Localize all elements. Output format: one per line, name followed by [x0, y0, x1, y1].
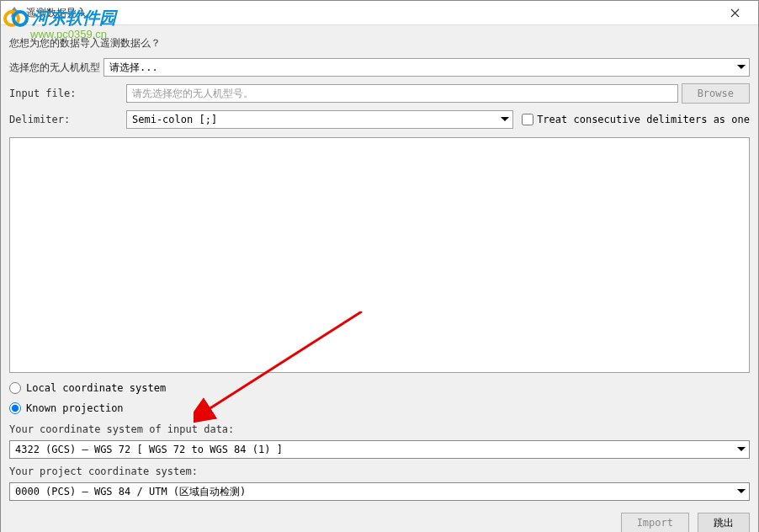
input-file-field[interactable]	[126, 84, 678, 103]
question-text: 您想为您的数据导入遥测数据么？	[9, 34, 750, 53]
known-projection-radio-row: Known projection	[9, 400, 750, 417]
model-row: 选择您的无人机机型 请选择...	[9, 56, 750, 78]
known-projection-radio[interactable]	[9, 402, 21, 414]
titlebar: 遥测数据导入	[1, 1, 758, 25]
model-label: 选择您的无人机机型	[9, 61, 100, 75]
skip-button[interactable]: 跳出	[698, 513, 750, 532]
browse-button[interactable]: Browse	[682, 83, 750, 104]
close-button[interactable]	[718, 1, 751, 24]
delimiter-select[interactable]: Semi-colon [;]	[126, 110, 513, 129]
delimiter-label: Delimiter:	[9, 114, 123, 125]
import-button[interactable]: Import	[621, 513, 689, 532]
local-coord-label: Local coordinate system	[26, 382, 166, 394]
coord-input-label: Your coordinate system of input data:	[9, 420, 750, 437]
data-preview-area	[9, 137, 750, 373]
consecutive-delimiters-label: Treat consecutive delimiters as one	[537, 114, 750, 125]
input-file-label: Input file:	[9, 88, 123, 99]
app-icon	[8, 6, 21, 19]
coord-input-select[interactable]: 4322 (GCS) — WGS 72 [ WGS 72 to WGS 84 (…	[9, 440, 750, 459]
button-bar: Import 跳出	[9, 504, 750, 532]
local-coord-radio-row: Local coordinate system	[9, 380, 750, 396]
known-projection-label: Known projection	[26, 402, 124, 414]
window-title: 遥测数据导入	[26, 6, 718, 20]
input-file-row: Input file: Browse	[9, 82, 750, 105]
consecutive-delimiters-checkbox[interactable]	[522, 114, 533, 125]
coord-project-label: Your project coordinate system:	[9, 462, 750, 479]
dialog-content: 您想为您的数据导入遥测数据么？ 选择您的无人机机型 请选择... Input f…	[1, 25, 758, 532]
dialog-window: 遥测数据导入 您想为您的数据导入遥测数据么？ 选择您的无人机机型 请选择... …	[0, 0, 759, 532]
model-select[interactable]: 请选择...	[104, 58, 750, 77]
coord-project-select[interactable]: 0000 (PCS) — WGS 84 / UTM (区域自动检测)	[9, 482, 750, 501]
delimiter-row: Delimiter: Semi-colon [;] Treat consecut…	[9, 109, 750, 130]
local-coord-radio[interactable]	[9, 382, 21, 394]
